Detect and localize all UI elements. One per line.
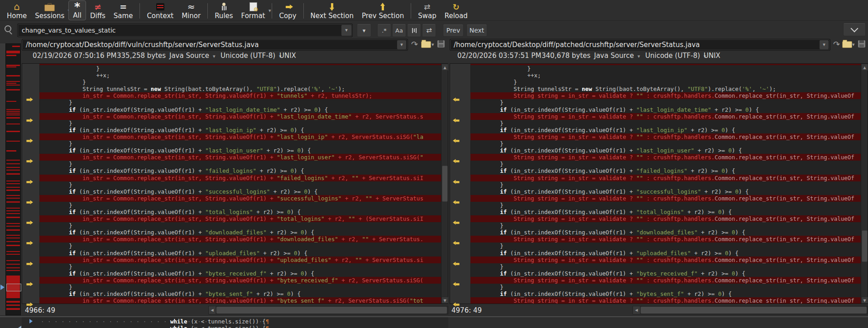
right-save-icon[interactable] (858, 40, 865, 49)
code-line[interactable]: } (470, 65, 861, 72)
diff-changed-line[interactable]: String string = in_str = validate ? "" :… (470, 92, 861, 99)
toolbar-button-context[interactable]: Context (143, 0, 177, 20)
scroll-up-icon[interactable]: ▲ (861, 64, 868, 71)
right-vscroll-thumb[interactable] (862, 230, 868, 262)
search-history-caret-icon[interactable]: ▾ (341, 25, 351, 36)
code-line[interactable]: } (470, 99, 861, 106)
left-code-area[interactable]: } ++x; } String tunnelsStr = new String(… (39, 64, 441, 304)
code-line[interactable]: String tunnelsStr = new String(baot.toBy… (470, 86, 861, 92)
diff-changed-line[interactable]: String string = in_str = validate ? "" :… (470, 257, 861, 263)
code-line[interactable]: } (470, 181, 861, 188)
code-line[interactable]: } (39, 181, 441, 188)
diff-changed-line[interactable]: in_str = Common.replace_str(in_str, Stri… (39, 277, 441, 284)
code-line[interactable]: if (in_str.indexOf(String.valueOf(r1) + … (470, 127, 861, 133)
toolbar-button-home[interactable]: ⌂Home (3, 0, 31, 20)
code-line[interactable]: if (in_str.indexOf(String.valueOf(r1) + … (39, 250, 441, 257)
code-line[interactable]: if (in_str.indexOf(String.valueOf(r1) + … (470, 188, 861, 195)
code-line[interactable]: if (in_str.indexOf(String.valueOf(r1) + … (470, 147, 861, 154)
caret-down-icon[interactable]: ▾ (269, 8, 271, 14)
code-line[interactable]: } (470, 120, 861, 127)
find-prev-button[interactable]: Prev (443, 24, 464, 37)
left-file-type-dropdown[interactable]: Java Source▾ (169, 52, 216, 62)
code-line[interactable]: String tunnelsStr = new String(baot.toBy… (39, 86, 441, 92)
diff-changed-line[interactable]: String string = in_str = validate ? "" :… (470, 297, 861, 304)
right-horizontal-scrollbar[interactable]: ◀ (633, 306, 868, 314)
code-line[interactable]: if (in_str.indexOf(String.valueOf(r1) + … (470, 290, 861, 297)
diff-changed-line[interactable]: in_str = Common.replace_str(in_str, Stri… (39, 113, 441, 120)
match-case-toggle[interactable]: Aa (392, 24, 406, 37)
code-line[interactable]: if (in_str.indexOf(String.valueOf(r1) + … (39, 127, 441, 133)
right-vertical-scrollbar[interactable]: ▲ ▼ (861, 64, 868, 304)
code-line[interactable]: if (in_str.indexOf(String.valueOf(r1) + … (39, 290, 441, 297)
right-code-pane[interactable]: } ++x; } String tunnelsStr = new String(… (450, 63, 868, 304)
scroll-down-icon[interactable]: ▼ (861, 297, 868, 304)
right-file-type-dropdown[interactable]: Java Source▾ (594, 52, 640, 62)
left-path-caret-icon[interactable]: ▾ (397, 40, 406, 49)
toolbar-button-next-section[interactable]: Next Section (307, 0, 358, 20)
code-line[interactable]: } (470, 263, 861, 270)
code-line[interactable]: if (in_str.indexOf(String.valueOf(r1) + … (39, 106, 441, 113)
minimap-viewport-indicator[interactable] (6, 284, 21, 291)
left-file-encoding-dropdown[interactable]: Unicode (UTF-8)▾ (221, 52, 282, 62)
search-scope-dropdown[interactable]: ▾ (357, 24, 371, 37)
wrap-search-toggle[interactable]: ⇄ (422, 24, 436, 37)
left-open-folder-icon[interactable] (421, 41, 431, 50)
left-vscroll-thumb[interactable] (442, 166, 448, 202)
code-line[interactable]: } (39, 140, 441, 147)
right-hscroll-thumb[interactable] (641, 307, 867, 314)
right-path-caret-icon[interactable]: ▾ (820, 40, 829, 49)
right-open-folder-icon[interactable] (842, 41, 852, 50)
code-line[interactable]: } (39, 202, 441, 209)
left-folder-caret-icon[interactable]: ▾ (432, 42, 434, 48)
right-code-area[interactable]: } ++x; } String tunnelsStr = new String(… (470, 64, 861, 304)
diff-changed-line[interactable]: String string = in_str = validate ? "" :… (470, 215, 861, 222)
code-line[interactable]: } (470, 242, 861, 249)
code-line[interactable]: ++x; (39, 72, 441, 79)
diff-changed-line[interactable]: String string = in_str = validate ? "" :… (470, 277, 861, 284)
diff-changed-line[interactable]: String string = in_str = validate ? "" :… (470, 133, 861, 140)
code-line[interactable]: } (470, 202, 861, 209)
scroll-up-icon[interactable]: ▲ (441, 64, 448, 71)
diff-changed-line[interactable]: in_str = Common.replace_str(in_str, Stri… (39, 92, 441, 99)
left-file-path-combo[interactable]: /home/cryptocat/Desktop/diff/vuln/crushf… (22, 39, 408, 51)
diff-changed-line[interactable]: in_str = Common.replace_str(in_str, Stri… (39, 297, 441, 304)
find-next-button[interactable]: Next (466, 24, 487, 37)
left-save-icon[interactable] (437, 40, 445, 49)
code-line[interactable]: if (in_str.indexOf(String.valueOf(r1) + … (470, 270, 861, 277)
regex-toggle[interactable]: .* (377, 24, 391, 37)
code-line[interactable]: } (470, 140, 861, 147)
diff-changed-line[interactable]: String string = in_str = validate ? "" :… (470, 195, 861, 202)
scroll-down-icon[interactable]: ▼ (441, 297, 448, 304)
toolbar-button-swap[interactable]: ⇄Swap (414, 0, 441, 20)
diff-changed-line[interactable]: in_str = Common.replace_str(in_str, Stri… (39, 133, 441, 140)
code-line[interactable]: if (in_str.indexOf(String.valueOf(r1) + … (39, 188, 441, 195)
code-line[interactable]: } (39, 284, 441, 290)
toolbar-button-reload[interactable]: ↻Reload (441, 0, 472, 20)
left-horizontal-scrollbar[interactable]: ◀ (208, 306, 448, 314)
diff-changed-line[interactable]: in_str = Common.replace_str(in_str, Stri… (39, 175, 441, 181)
toolbar-button-all[interactable]: *All (68, 0, 86, 20)
code-line[interactable]: } (39, 79, 441, 86)
diff-changed-line[interactable]: in_str = Common.replace_str(in_str, Stri… (39, 236, 441, 242)
code-line[interactable]: } (39, 120, 441, 127)
code-line[interactable]: if (in_str.indexOf(String.valueOf(r1) + … (39, 209, 441, 215)
code-line[interactable]: if (in_str.indexOf(String.valueOf(r1) + … (470, 167, 861, 174)
right-file-path-combo[interactable]: /home/cryptocat/Desktop/diff/patched/cru… (450, 39, 830, 51)
code-line[interactable]: if (in_str.indexOf(String.valueOf(r1) + … (39, 167, 441, 174)
code-line[interactable]: ++x; (470, 72, 861, 79)
search-expand-button[interactable] (843, 23, 866, 36)
right-file-encoding-dropdown[interactable]: Unicode (UTF-8)▾ (645, 52, 706, 62)
code-line[interactable]: } (39, 222, 441, 229)
left-hscroll-thumb[interactable] (216, 307, 447, 314)
code-line[interactable]: } (39, 65, 441, 72)
right-folder-caret-icon[interactable]: ▾ (852, 42, 855, 48)
left-revert-icon[interactable]: ↷ (411, 39, 418, 49)
diff-changed-line[interactable]: String string = in_str = validate ? "" :… (470, 236, 861, 242)
code-line[interactable]: } (470, 222, 861, 229)
code-line[interactable]: } (39, 242, 441, 249)
code-line[interactable]: } (470, 284, 861, 290)
toolbar-button-same[interactable]: =Same (110, 0, 137, 20)
code-line[interactable]: if (in_str.indexOf(String.valueOf(r1) + … (39, 229, 441, 236)
toolbar-button-rules[interactable]: Rules (211, 0, 237, 20)
code-line[interactable]: if (in_str.indexOf(String.valueOf(r1) + … (470, 106, 861, 113)
